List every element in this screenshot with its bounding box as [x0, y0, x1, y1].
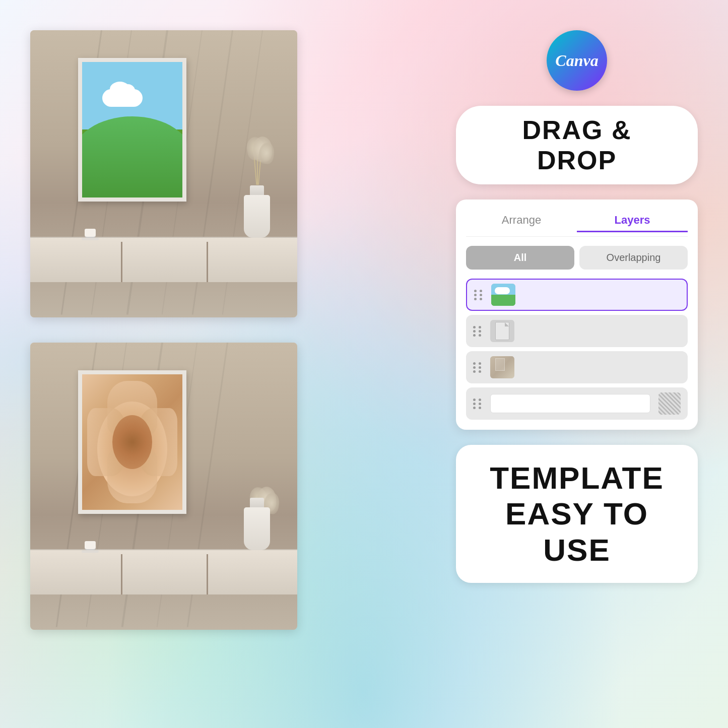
- tab-arrange[interactable]: Arrange: [466, 210, 577, 232]
- drag-drop-banner: DRAG & DROP: [456, 106, 698, 184]
- coffee-cup-2: [85, 541, 96, 550]
- layer-pattern-thumb: [658, 392, 681, 415]
- table: [30, 237, 297, 282]
- table-bottom: [30, 549, 297, 594]
- template-line1: TEMPLATE: [476, 460, 678, 496]
- filter-overlapping[interactable]: Overlapping: [579, 246, 688, 270]
- landscape-frame: [78, 58, 186, 202]
- layer-row[interactable]: [466, 387, 688, 420]
- canva-logo-text: Canva: [555, 51, 598, 70]
- drag-handle: [474, 290, 483, 300]
- flower-frame: [78, 370, 186, 514]
- layers-tabs: Arrange Layers: [466, 210, 688, 237]
- filter-all[interactable]: All: [466, 246, 574, 270]
- layer-row[interactable]: [466, 351, 688, 383]
- template-line2: EASY TO USE: [476, 496, 678, 568]
- photos-section: [30, 30, 312, 630]
- right-section: Canva DRAG & DROP Arrange Layers All Ove…: [456, 30, 698, 583]
- canva-logo: Canva: [547, 30, 607, 91]
- photo-bottom: [30, 343, 297, 630]
- layer-items: [466, 279, 688, 420]
- template-banner: TEMPLATE EASY TO USE: [456, 445, 698, 583]
- layer-row[interactable]: [466, 315, 688, 347]
- drag-handle: [473, 362, 482, 373]
- drag-handle: [473, 399, 482, 409]
- layer-thumb-room: [490, 356, 514, 378]
- drag-handle: [473, 326, 482, 337]
- tab-layers[interactable]: Layers: [577, 210, 688, 232]
- vase-bottom: [242, 485, 272, 550]
- layer-thumb-blank: [490, 320, 514, 342]
- drag-drop-text: DRAG & DROP: [522, 115, 631, 175]
- layers-filter: All Overlapping: [466, 246, 688, 270]
- photo-top: [30, 30, 297, 317]
- coffee-cup: [85, 229, 96, 238]
- layer-row[interactable]: [466, 279, 688, 311]
- vase-top: [242, 172, 272, 238]
- layer-thumb-landscape: [491, 284, 515, 306]
- layers-panel: Arrange Layers All Overlapping: [456, 200, 698, 430]
